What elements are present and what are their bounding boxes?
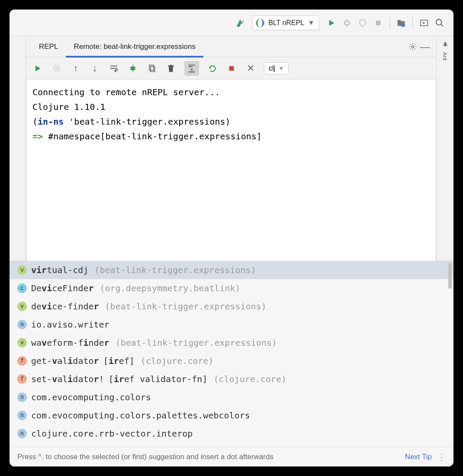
svg-point-33 [444, 42, 446, 44]
completion-name: clojure.core.rrb-vector.interop [31, 426, 193, 441]
chevron-down-icon: ▼ [308, 19, 315, 27]
history-up-icon[interactable]: ↑ [70, 63, 81, 74]
svg-line-38 [446, 45, 447, 46]
completion-hint: (clojure.core) [141, 354, 214, 368]
type-badge-v: v [17, 302, 27, 311]
svg-rect-12 [403, 25, 405, 26]
repl-toolbar: ↑ ↓ [26, 57, 436, 80]
svg-line-24 [135, 67, 136, 68]
scrollbar-thumb[interactable] [448, 263, 452, 289]
svg-point-14 [436, 19, 442, 25]
completion-item[interactable]: nio.aviso.writer [10, 315, 453, 334]
clojure-icon [255, 18, 265, 28]
type-badge-n: n [17, 320, 27, 329]
completion-footer: Press ^. to choose the selected (or firs… [10, 447, 453, 466]
separator [412, 17, 413, 29]
svg-rect-11 [402, 25, 403, 26]
type-badge-c: c [17, 283, 27, 293]
svg-rect-8 [376, 20, 381, 25]
svg-line-23 [130, 67, 131, 68]
run-icon[interactable] [325, 17, 338, 29]
next-tip-link[interactable]: Next Tip [405, 453, 432, 461]
cancel-button[interactable] [51, 63, 62, 74]
tab-repl[interactable]: REPL [31, 36, 66, 57]
lang-dropdown[interactable]: clj ▼ [264, 62, 289, 74]
completion-item[interactable]: nclojure.core.rrb-vector.interop [10, 425, 453, 443]
chevron-down-icon: ▼ [279, 65, 284, 71]
run-config-dropdown[interactable]: BLT nREPL ▼ [252, 16, 319, 30]
completion-name: com.evocomputing.colors.palettes.webcolo… [31, 408, 250, 423]
rerun-icon[interactable] [207, 63, 218, 74]
type-badge-n: n [17, 411, 27, 420]
completion-item[interactable]: ncom.evocomputing.colors [10, 388, 453, 406]
scroll-to-end-icon[interactable] [184, 61, 199, 76]
copy-icon[interactable] [146, 63, 158, 74]
completion-list[interactable]: vvirtual-cdj(beat-link-trigger.expressio… [10, 261, 453, 447]
build-icon[interactable] [234, 17, 246, 29]
run-button[interactable] [32, 63, 43, 74]
run-config-label: BLT nREPL [268, 19, 304, 27]
completion-item[interactable]: fset-validator! [iref validator-fn](cloj… [10, 370, 453, 388]
svg-line-35 [443, 44, 444, 44]
completion-hint: (org.deepsymmetry.beatlink) [100, 281, 241, 296]
coverage-icon[interactable] [357, 17, 369, 29]
soft-wrap-icon[interactable] [108, 63, 119, 74]
type-badge-f: f [17, 374, 27, 384]
svg-line-37 [443, 45, 444, 46]
output-line: (in-ns 'beat-link-trigger.expressions) [32, 114, 430, 129]
completion-popup: vvirtual-cdj(beat-link-trigger.expressio… [10, 261, 453, 466]
completion-hint: (beat-link-trigger.expressions) [116, 335, 277, 350]
completion-hint: (beat-link-trigger.expressions) [94, 263, 256, 277]
completion-item[interactable]: vvirtual-cdj(beat-link-trigger.expressio… [10, 261, 453, 279]
output-line: Connecting to remote nREPL server... [32, 85, 430, 100]
svg-rect-28 [151, 66, 155, 71]
minimize-icon[interactable]: — [419, 41, 431, 53]
project-structure-icon[interactable] [395, 17, 407, 29]
completion-hint: (beat-link-trigger.expressions) [105, 299, 267, 314]
completion-item[interactable]: ncom.evocomputing.colors.palettes.webcol… [10, 406, 453, 425]
stop-repl-icon[interactable] [226, 63, 237, 74]
svg-point-16 [412, 45, 414, 48]
lang-label: clj [269, 64, 275, 72]
completion-name: refactor-nrepl.inlined-deps.cheshire.v5v… [31, 444, 328, 447]
separator [389, 17, 390, 29]
gear-icon[interactable] [407, 41, 419, 53]
repl-tabs: REPL Remote: beat-link-trigger.expressio… [26, 36, 436, 57]
type-badge-v: v [17, 338, 27, 347]
completion-name: get-validator [31, 354, 99, 368]
completion-item[interactable]: vwaveform-finder(beat-link-trigger.expre… [10, 334, 453, 352]
debug-icon[interactable] [341, 17, 353, 29]
debug-repl-icon[interactable] [127, 63, 138, 74]
tab-remote[interactable]: Remote: beat-link-trigger.expressions [66, 36, 203, 57]
completion-item[interactable]: cDeviceFinder(org.deepsymmetry.beatlink) [10, 279, 453, 297]
svg-rect-10 [403, 23, 405, 25]
type-badge-n: n [17, 392, 27, 402]
ant-label[interactable]: Ant [442, 52, 448, 61]
svg-rect-32 [229, 66, 234, 71]
completion-item[interactable]: fget-validator [iref](clojure.core) [10, 352, 453, 370]
more-icon[interactable]: ⋮ [437, 452, 446, 462]
completion-item[interactable]: nrefactor-nrepl.inlined-deps.cheshire.v5… [10, 443, 453, 447]
svg-point-1 [345, 21, 349, 25]
completion-item[interactable]: vdevice-finder(beat-link-trigger.express… [10, 297, 453, 315]
history-down-icon[interactable]: ↓ [89, 63, 100, 74]
svg-line-26 [135, 69, 136, 70]
completion-name: virtual-cdj [31, 263, 88, 277]
ant-icon[interactable] [442, 41, 449, 48]
completion-name: io.aviso.writer [31, 317, 109, 332]
completion-name: DeviceFinder [31, 281, 94, 296]
completion-name: set-validator! [31, 372, 104, 386]
search-icon[interactable] [434, 17, 446, 29]
type-badge-v: v [17, 265, 27, 275]
top-toolbar: BLT nREPL ▼ [10, 10, 453, 36]
svg-line-15 [441, 24, 444, 26]
close-icon[interactable]: ✕ [245, 63, 256, 74]
footer-text: Press ^. to choose the selected (or firs… [17, 453, 273, 461]
trash-icon[interactable] [165, 63, 177, 74]
output-line: Clojure 1.10.1 [32, 100, 430, 114]
svg-line-36 [446, 44, 447, 44]
stop-icon[interactable] [372, 17, 384, 29]
svg-point-34 [444, 44, 446, 46]
run-anything-icon[interactable] [418, 17, 430, 29]
svg-rect-27 [149, 65, 154, 70]
